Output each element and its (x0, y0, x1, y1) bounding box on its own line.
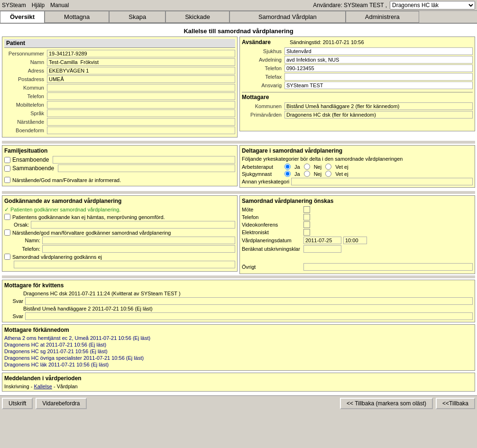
arbetsterapuet-nej-label: Nej (314, 164, 322, 170)
sjukgymnast-vetej-radio[interactable] (325, 171, 331, 177)
sjukgymnast-vetej-label: Vet ej (335, 171, 349, 177)
mobiltelefon-input[interactable] (47, 101, 235, 109)
vardplaneringsdatum-input[interactable] (303, 237, 341, 244)
row3-checkbox[interactable] (4, 229, 10, 236)
avsandare-header: Avsändare (242, 39, 271, 46)
primarvarden-input[interactable] (284, 111, 473, 119)
mote-input[interactable] (303, 206, 310, 213)
meddelanden-header: Meddelanden i vårdperioden (4, 375, 473, 382)
sammanboende-input[interactable] (58, 165, 235, 172)
telefax-input[interactable] (284, 73, 473, 81)
annan-label: Annan yrkeskategori (242, 179, 289, 184)
tillbaka-button[interactable]: <<Tillbaka (436, 398, 475, 409)
sammanboende-checkbox[interactable] (4, 165, 10, 172)
sjukhus-input[interactable] (284, 47, 473, 55)
forannedom-item-3: Dragonens HC övriga specialister 2011-07… (4, 355, 473, 361)
arbetsterapuet-label: Arbetsteraput (242, 164, 284, 170)
field-kommunen: Kommunen (242, 102, 473, 110)
ensamboende-checkbox[interactable] (4, 157, 10, 163)
main-content: Kallelse till samordnad vårdplanering Pa… (0, 24, 477, 395)
tab-mottagna[interactable]: Mottagna (45, 11, 109, 23)
narstående-input[interactable] (47, 118, 235, 126)
svar1-input[interactable] (25, 297, 473, 305)
arbetsterapuet-nej-radio[interactable] (304, 164, 310, 170)
menu-manual[interactable]: Manual (50, 2, 69, 9)
beraknat-input[interactable] (303, 245, 341, 253)
field-ansvarig: Ansvarig (242, 82, 473, 89)
sjukgymnast-nej-radio[interactable] (304, 171, 310, 177)
top-bar: SYSteam Hjälp Manual Användare: SYSteam … (0, 0, 477, 11)
annan-input[interactable] (291, 178, 473, 185)
sprak-input[interactable] (47, 110, 235, 117)
videokonferens-input[interactable] (303, 221, 310, 228)
narstande-checkbox[interactable] (4, 177, 10, 183)
adress-label: Adress (4, 68, 47, 73)
ovrigt-input[interactable] (303, 263, 473, 271)
namn-label: Namn: (14, 238, 42, 243)
orsak-input[interactable] (31, 221, 235, 229)
avdelning-input[interactable] (284, 56, 473, 64)
avs-telefon-input[interactable] (284, 64, 473, 72)
ensamboende-input[interactable] (53, 156, 235, 164)
field-namn: Namn (4, 58, 235, 66)
personnummer-input[interactable] (47, 50, 235, 57)
boendeform-label: Boendeform (4, 128, 47, 133)
utskrift-button[interactable]: Utskrift (2, 398, 33, 409)
separator-3 (2, 275, 475, 278)
arbetsterapuet-vetej-radio[interactable] (325, 164, 331, 170)
boendeform-input[interactable] (47, 127, 235, 134)
vardplaneringsdatum-time-input[interactable] (343, 237, 367, 244)
menu-help[interactable]: Hjälp (32, 2, 45, 9)
tab-skickade[interactable]: Skickade (165, 11, 229, 23)
tab-skapa[interactable]: Skapa (109, 11, 165, 23)
kvittens-text2: Bistånd Umeå handläggare 2 2011-07-21 10… (23, 306, 153, 311)
field-avstelefon: Telefon (242, 64, 473, 72)
user-select[interactable]: Dragonens HC läk (390, 1, 475, 9)
tab-samordnad-vardplan[interactable]: Samordnad Vårdplan (229, 11, 346, 23)
row2-checkbox[interactable] (4, 214, 10, 220)
godkannande-row2: Patientens godkännande kan ej hämtas, me… (4, 214, 235, 220)
narstående-label: Närstående (4, 119, 47, 125)
row4-checkbox[interactable] (4, 254, 10, 260)
mottagare-header: Mottagare (242, 92, 473, 101)
godktelefon-row: Telefon: (14, 245, 235, 253)
mote-row: Möte (242, 206, 473, 213)
beraknat-row: Beräknat utskrivningsklar (242, 245, 473, 253)
sjukgymnast-ja-radio[interactable] (284, 171, 291, 177)
godktelefon-input[interactable] (42, 245, 235, 253)
videokonferens-label: Videokonferens (242, 222, 303, 228)
field-telefax: Telefax (242, 73, 473, 81)
svar2-input[interactable] (25, 312, 473, 320)
kallelse-link[interactable]: Kallelse (34, 384, 52, 389)
sammanboende-row: Sammanboende (4, 165, 235, 172)
ovrigt-label: Övrigt (242, 264, 303, 270)
kommun-input[interactable] (47, 84, 235, 91)
elektroniskt-input[interactable] (303, 229, 310, 236)
arbetsterapuet-ja-radio[interactable] (284, 164, 291, 170)
ansvarig-input[interactable] (284, 82, 473, 89)
namn-godkannande-input[interactable] (42, 237, 235, 244)
tab-oversikt[interactable]: Översikt (0, 11, 45, 23)
kommunen-input[interactable] (284, 102, 473, 110)
elektroniskt-label: Elektroniskt (242, 229, 303, 235)
nav-tabs: Översikt Mottagna Skapa Skickade Samordn… (0, 11, 477, 24)
field-sjukhus: Sjukhus (242, 47, 473, 55)
vidarebefordra-button[interactable]: Vidarebefordra (36, 398, 86, 409)
familj-col: Familjesituation Ensamboende Sammanboend… (2, 145, 238, 190)
godkannande-panel: Godkännande av samordnad vårdplanering ✓… (2, 195, 238, 272)
meddelanden-section: Meddelanden i vårdperioden Inskrivning -… (2, 373, 475, 392)
field-primarvarden: Primärvården (242, 111, 473, 119)
telefon-onskas-input[interactable] (303, 214, 310, 220)
kallelse-title: Kallelse till samordnad vårdplanering (2, 26, 475, 37)
postadress-input[interactable] (47, 75, 235, 83)
avs-telefon-label: Telefon (242, 65, 284, 71)
namn-input[interactable] (47, 58, 235, 66)
godkannande-extra-input[interactable] (14, 261, 235, 268)
adress-input[interactable] (47, 67, 235, 74)
tab-administrera[interactable]: Administrera (346, 11, 419, 23)
meddelanden-links: Inskrivning - Kallelse - Vårdplan (4, 384, 473, 389)
tillbaka-markera-button[interactable]: << Tillbaka (markera som oläst) (340, 398, 433, 409)
telefon-input[interactable] (47, 92, 235, 100)
patient-panel: Patient Personnummer Namn Adress Postadr… (2, 37, 238, 137)
godkannande-header: Godkännande av samordnad vårdplanering (4, 198, 235, 204)
